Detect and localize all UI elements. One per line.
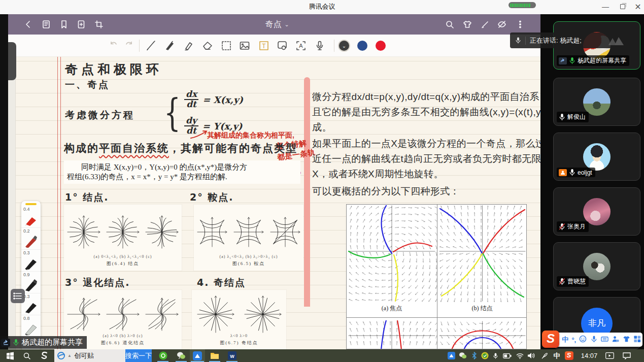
- pen-item-black-pen[interactable]: 0.3: [21, 250, 41, 272]
- line2-underlined: 平面自治系统: [99, 142, 169, 154]
- more-kebab-icon[interactable]: [515, 19, 525, 29]
- participant-tile[interactable]: 解俊山: [553, 78, 640, 126]
- record-mic-icon[interactable]: [314, 40, 326, 52]
- figure-sublabels: λ<0 λ>0: [192, 334, 286, 338]
- chinese-mode-label[interactable]: 中: [562, 335, 568, 344]
- pencil-tool-icon[interactable]: [145, 40, 157, 52]
- edit-pen-icon[interactable]: [480, 19, 490, 29]
- tray-sogou-icon[interactable]: S: [563, 349, 574, 362]
- textbox-tool-icon[interactable]: A: [295, 40, 307, 52]
- dropdown-caret-icon: ▲: [67, 353, 72, 358]
- black-pen-icon: [24, 299, 38, 314]
- tray-meeting-icon[interactable]: [446, 349, 457, 362]
- participant-name-tag: 杨武超的屏幕共享: [557, 55, 629, 66]
- participant-tile[interactable]: 曹晓慧: [553, 242, 640, 290]
- red-pen-icon: [24, 233, 38, 248]
- red-annotation-arrow-icon: [190, 129, 208, 140]
- skin-shirt-icon[interactable]: [623, 335, 630, 344]
- paragraph-line: 且它的解是由无穷多条互不相交的解曲线(x,y)=(x(t),y: [312, 105, 540, 120]
- tray-mic-icon[interactable]: [490, 349, 500, 362]
- punctuation-icon[interactable]: °,: [571, 336, 576, 344]
- tray-wechat-icon[interactable]: [457, 349, 468, 362]
- section-title-saddle: 2° 鞍点.: [190, 191, 234, 204]
- toolbar-divider: [334, 40, 334, 52]
- mic-muted-icon: [559, 278, 565, 285]
- voice-input-icon[interactable]: [590, 335, 598, 344]
- pen-panel: 0.4 0.2 0.3 0.9 0.3 0.8: [21, 201, 41, 349]
- notebook-icon[interactable]: [41, 19, 51, 29]
- bookmark-icon[interactable]: [59, 19, 69, 29]
- taskbar-search-icon[interactable]: [19, 349, 35, 362]
- image-tool-icon[interactable]: [239, 40, 251, 52]
- lasso-shape-tool-icon[interactable]: [276, 40, 288, 52]
- browser-search-box[interactable]: ▲ 创可贴: [54, 349, 125, 362]
- tray-language-indicator[interactable]: 中: [551, 349, 562, 362]
- sogou-toolbar: 中 °,: [553, 333, 642, 347]
- pen-item-red-marker[interactable]: 0.4: [21, 206, 41, 228]
- tray-wifi-icon[interactable]: [514, 349, 525, 362]
- share-shirt-icon[interactable]: [462, 19, 472, 29]
- color-swatch-blue[interactable]: [357, 41, 367, 51]
- keyboard-icon[interactable]: [601, 335, 608, 344]
- select-rect-tool-icon[interactable]: [220, 40, 232, 52]
- participant-tile[interactable]: eoljgt: [553, 133, 640, 181]
- note-title-dropdown[interactable]: 奇点 ⌄: [247, 14, 308, 35]
- app-wechat-icon[interactable]: [175, 349, 188, 362]
- app-word-icon[interactable]: W: [225, 349, 239, 362]
- paragraph-line: 如果平面上的一点X是该微分方程的一个奇点，那么过: [312, 136, 540, 151]
- tray-antivirus-icon[interactable]: [479, 349, 490, 362]
- hide-eye-off-icon[interactable]: [497, 19, 507, 29]
- maximize-button[interactable]: [614, 0, 631, 13]
- screen-share-icon: [1, 339, 10, 347]
- participant-name: 曹晓慧: [567, 277, 586, 286]
- close-button[interactable]: ✕: [629, 0, 644, 13]
- tray-volume-icon[interactable]: [525, 349, 537, 362]
- minimize-button[interactable]: —: [597, 0, 614, 13]
- app-meeting-icon[interactable]: [190, 349, 205, 362]
- figure-caption: 图(6.4) 结点: [64, 260, 182, 267]
- avatar: [583, 143, 611, 171]
- login-person-icon[interactable]: [612, 335, 619, 344]
- action-center-icon[interactable]: [619, 349, 634, 362]
- pen-item-gray-pen[interactable]: 0.8: [21, 315, 41, 337]
- outline-list-button[interactable]: [11, 289, 25, 303]
- app-explorer-icon[interactable]: [208, 349, 221, 362]
- add-page-icon[interactable]: [76, 19, 86, 29]
- figure-node: (a) 0<λ₁<λ₂ (b) λ₁<λ₂<0 (c) 图(6.4) 结点: [64, 205, 182, 271]
- sogou-logo[interactable]: S: [542, 331, 559, 348]
- highlighter-tool-icon[interactable]: [183, 40, 195, 52]
- participant-tile[interactable]: 张奥月: [553, 187, 640, 236]
- color-swatch-red[interactable]: [376, 41, 386, 51]
- mic-muted-icon: [559, 223, 565, 231]
- back-icon[interactable]: [23, 19, 33, 29]
- search-go-button[interactable]: 搜索一下: [125, 349, 152, 362]
- toolbox-grid-icon[interactable]: [633, 335, 641, 344]
- pen-item-red-pen[interactable]: 0.2: [21, 228, 41, 250]
- column-divider: [304, 77, 310, 307]
- sogou-glyph: S: [565, 351, 573, 360]
- tray-video-icon[interactable]: [603, 349, 616, 362]
- redo-icon[interactable]: [123, 40, 135, 52]
- eraser-tool-icon[interactable]: [201, 40, 214, 52]
- undo-icon[interactable]: [108, 40, 120, 52]
- section-title-degenerate: 3° 退化结点.: [65, 276, 130, 289]
- fountain-pen-tool-icon[interactable]: [164, 40, 176, 52]
- taskbar-clock[interactable]: 14:07: [578, 349, 601, 362]
- screen-share-icon: [559, 57, 567, 64]
- eq2-rhs: = Y(x,y): [202, 121, 243, 131]
- sogou-taskbar-icon[interactable]: [37, 349, 52, 362]
- color-swatch-current[interactable]: ⌄: [339, 41, 349, 51]
- app-360-icon[interactable]: [156, 349, 170, 362]
- crop-icon[interactable]: [94, 19, 104, 29]
- text-tool-icon[interactable]: T: [258, 40, 270, 52]
- tray-pen-icon[interactable]: [539, 349, 550, 362]
- search-icon[interactable]: [445, 19, 455, 29]
- drawer-handle[interactable]: [8, 42, 16, 80]
- sogou-input-bar: 中 °, S: [542, 331, 643, 349]
- tray-bluetooth-icon[interactable]: [469, 349, 479, 362]
- emoji-icon[interactable]: [579, 335, 587, 344]
- start-button[interactable]: [3, 349, 18, 362]
- tray-battery-icon[interactable]: [501, 349, 513, 362]
- pen-panel-handle[interactable]: [25, 203, 37, 205]
- paragraph-autonomous-system: 微分方程dx/dt=p(x,y),dy/dt=q(x,y)构成的平面自治系 且它…: [312, 89, 540, 135]
